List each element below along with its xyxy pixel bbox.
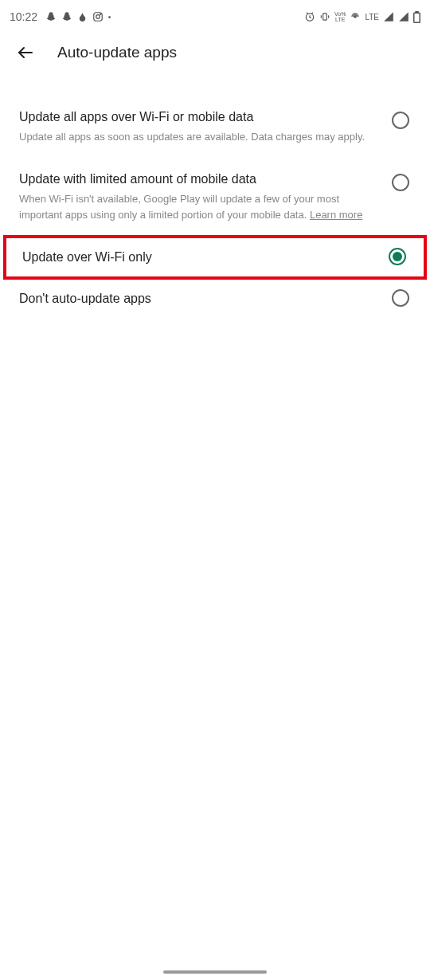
option-text: Update over Wi-Fi only <box>22 249 369 266</box>
svg-rect-4 <box>323 14 327 20</box>
svg-point-1 <box>96 15 100 19</box>
status-bar-left: 10:22 <box>10 10 111 23</box>
alarm-icon <box>304 11 315 22</box>
instagram-icon <box>92 11 104 22</box>
notification-dot-icon <box>108 16 111 18</box>
radio-button[interactable] <box>392 174 411 193</box>
signal-icon-2 <box>398 11 409 22</box>
option-subtitle: When Wi-Fi isn't available, Google Play … <box>19 191 373 222</box>
learn-more-link[interactable]: Learn more <box>310 209 362 221</box>
radio-button[interactable] <box>392 112 411 131</box>
radio-button[interactable] <box>392 289 411 308</box>
option-text: Don't auto-update apps <box>19 290 373 308</box>
svg-rect-7 <box>416 11 418 13</box>
battery-icon <box>413 11 420 23</box>
vibrate-icon <box>319 11 330 22</box>
snapchat-icon <box>45 11 57 22</box>
option-limited-data[interactable]: Update with limited amount of mobile dat… <box>0 158 430 235</box>
status-bar-right: Vo%LTE LTE <box>304 11 420 23</box>
status-bar: 10:22 Vo%LTE LTE <box>0 0 430 32</box>
option-subtitle: Update all apps as soon as updates are a… <box>19 129 373 145</box>
svg-point-5 <box>354 16 356 18</box>
flame-icon <box>77 12 88 22</box>
svg-point-2 <box>100 14 101 14</box>
hotspot-icon <box>350 11 361 22</box>
option-update-all[interactable]: Update all apps over Wi-Fi or mobile dat… <box>0 96 430 158</box>
lte-label: LTE <box>365 13 379 22</box>
page-title: Auto-update apps <box>57 44 177 61</box>
option-wifi-only[interactable]: Update over Wi-Fi only <box>3 235 427 280</box>
options-list: Update all apps over Wi-Fi or mobile dat… <box>0 73 430 318</box>
snapchat-icon-2 <box>61 11 72 22</box>
option-title: Don't auto-update apps <box>19 290 373 308</box>
svg-rect-6 <box>414 13 420 22</box>
option-title: Update all apps over Wi-Fi or mobile dat… <box>19 108 373 126</box>
header: Auto-update apps <box>0 32 430 73</box>
status-time: 10:22 <box>10 10 37 23</box>
option-title: Update with limited amount of mobile dat… <box>19 171 373 188</box>
option-dont-update[interactable]: Don't auto-update apps <box>0 280 430 318</box>
option-text: Update all apps over Wi-Fi or mobile dat… <box>19 108 373 145</box>
navigation-handle[interactable] <box>163 970 267 974</box>
radio-button-selected[interactable] <box>389 248 408 267</box>
option-subtitle-text: When Wi-Fi isn't available, Google Play … <box>19 193 339 221</box>
signal-icon <box>383 11 394 22</box>
option-title: Update over Wi-Fi only <box>22 249 369 266</box>
back-button[interactable] <box>16 43 35 62</box>
volte-icon: Vo%LTE <box>334 11 346 22</box>
option-text: Update with limited amount of mobile dat… <box>19 171 373 222</box>
